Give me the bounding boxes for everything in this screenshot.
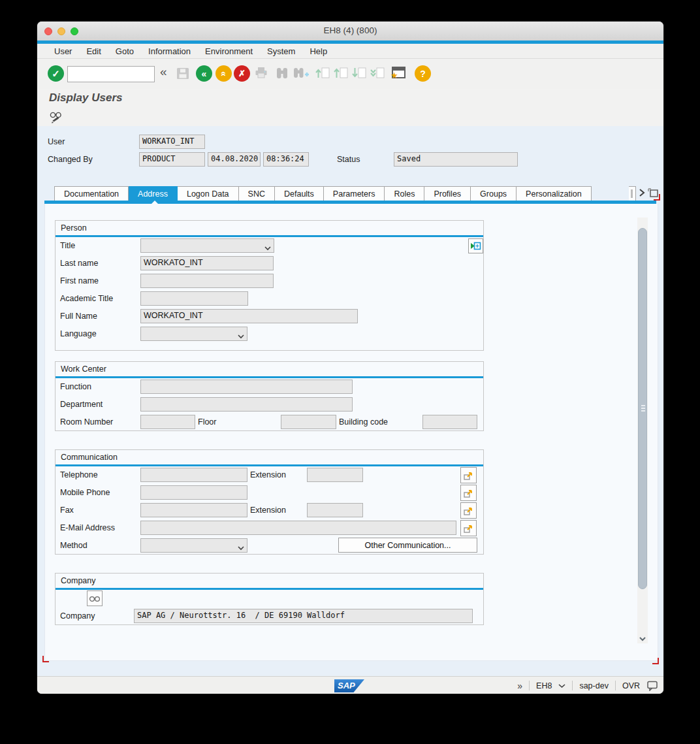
print-icon[interactable] (254, 66, 268, 83)
chevron-down-icon (264, 244, 271, 253)
company-section-rule (56, 588, 483, 590)
cancel-button[interactable]: ✗ (234, 65, 250, 82)
save-icon[interactable] (176, 67, 190, 84)
help-button[interactable]: ? (415, 65, 431, 82)
status-field[interactable]: Saved (394, 152, 518, 167)
exit-button[interactable]: « (215, 65, 232, 82)
telephone-extension-field[interactable] (307, 468, 363, 482)
tab-overflow-sliver (629, 186, 636, 202)
display-change-icon[interactable] (48, 110, 64, 127)
tab-logon-data[interactable]: Logon Data (178, 186, 239, 202)
title-select[interactable] (140, 238, 274, 253)
fax-forward-button[interactable] (460, 502, 477, 519)
tab-defaults[interactable]: Defaults (275, 186, 324, 202)
statusbar-insert-mode[interactable]: OVR (622, 681, 640, 690)
page-up-icon[interactable] (334, 66, 349, 83)
floor-field[interactable] (281, 415, 336, 429)
app-toolbar (37, 108, 663, 127)
tab-address[interactable]: Address (129, 186, 178, 202)
building-code-label: Building code (339, 417, 388, 427)
tab-profiles[interactable]: Profiles (424, 186, 471, 202)
work-center-section-title: Work Center (61, 364, 106, 374)
tab-scroll-right-icon[interactable] (638, 188, 646, 200)
mobile-forward-button[interactable] (460, 485, 477, 501)
statusbar-message-icon[interactable] (646, 681, 658, 694)
company-field[interactable]: SAP AG / Neurottstr. 16 / DE 69190 Walld… (134, 609, 473, 623)
window-titlebar[interactable]: EH8 (4) (800) (37, 22, 663, 41)
menu-information[interactable]: Information (141, 46, 198, 56)
collapse-command-icon[interactable]: « (160, 65, 167, 79)
tab-parameters[interactable]: Parameters (324, 186, 385, 202)
scrollbar-thumb[interactable] (638, 228, 647, 589)
changed-by-field[interactable]: PRODUCT (139, 152, 205, 167)
display-company-address-button[interactable] (87, 590, 103, 606)
company-section-title: Company (61, 576, 96, 585)
user-field[interactable]: WORKATO_INT (139, 135, 205, 149)
function-field[interactable] (140, 380, 353, 394)
forward-arrow-icon (463, 487, 474, 498)
telephone-forward-button[interactable] (460, 467, 477, 483)
address-tab-panel: Person Title Last name WORKATO_INT First… (44, 204, 658, 661)
first-name-field[interactable] (140, 274, 274, 288)
academic-title-field[interactable] (140, 291, 248, 306)
changed-time-field[interactable]: 08:36:24 (263, 152, 309, 167)
tab-groups[interactable]: Groups (471, 186, 517, 202)
first-page-icon[interactable] (315, 66, 331, 83)
mobile-phone-field[interactable] (140, 485, 247, 500)
fax-field[interactable] (140, 503, 247, 517)
tab-personalization[interactable]: Personalization (517, 186, 591, 202)
menu-goto[interactable]: Goto (108, 46, 141, 56)
vertical-scrollbar[interactable] (637, 218, 648, 643)
communication-section-rule (56, 464, 483, 466)
page-down-icon[interactable] (352, 66, 368, 83)
scroll-down-icon[interactable] (639, 633, 646, 641)
check-icon: ✓ (52, 68, 60, 80)
email-forward-button[interactable] (460, 520, 477, 536)
menu-help[interactable]: Help (302, 46, 334, 56)
fax-extension-field[interactable] (307, 503, 363, 517)
menu-system[interactable]: System (260, 46, 302, 56)
create-shortcut-icon[interactable]: ★ (392, 67, 406, 78)
main-content: User WORKATO_INT Changed By PRODUCT 04.0… (37, 126, 663, 676)
other-communication-button[interactable]: Other Communication... (338, 538, 477, 553)
command-field[interactable] (67, 66, 155, 82)
company-section: Company Company SAP AG / Neurottstr. 16 … (55, 573, 484, 625)
back-button[interactable]: « (196, 65, 212, 82)
statusbar-system[interactable]: EH8 (536, 681, 552, 690)
last-page-icon[interactable] (370, 66, 386, 83)
last-name-field[interactable]: WORKATO_INT (140, 256, 274, 270)
room-number-field[interactable] (140, 415, 195, 429)
statusbar-overflow-icon[interactable]: » (517, 681, 522, 691)
telephone-field[interactable] (140, 468, 247, 482)
glasses-icon (89, 594, 101, 603)
menu-user[interactable]: User (47, 46, 79, 56)
other-person-button[interactable] (468, 238, 483, 253)
chevron-down-icon[interactable] (558, 681, 565, 690)
tab-documentation[interactable]: Documentation (54, 186, 129, 202)
menu-edit[interactable]: Edit (79, 46, 108, 56)
tab-snc[interactable]: SNC (239, 186, 275, 202)
menu-environment[interactable]: Environment (198, 46, 260, 56)
building-code-field[interactable] (422, 415, 477, 429)
full-name-field[interactable]: WORKATO_INT (140, 309, 358, 323)
status-bar: SAP » EH8 sap-dev OVR (37, 676, 663, 694)
enter-button[interactable]: ✓ (48, 65, 64, 82)
work-center-section: Work Center Function Department Room Num… (55, 361, 484, 431)
floor-label: Floor (198, 417, 216, 427)
fax-extension-label: Extension (250, 506, 286, 515)
forward-arrow-icon (463, 523, 474, 534)
find-next-icon[interactable] (292, 66, 309, 83)
language-select[interactable] (140, 327, 247, 341)
changed-by-label: Changed By (48, 155, 93, 164)
department-field[interactable] (140, 397, 353, 412)
menu-bar: User Edit Goto Information Environment S… (37, 44, 663, 59)
work-center-section-rule (56, 376, 483, 378)
mobile-phone-label: Mobile Phone (60, 488, 110, 497)
changed-date-field[interactable]: 04.08.2020 (208, 152, 261, 167)
method-select[interactable] (140, 538, 247, 553)
tab-roles[interactable]: Roles (385, 186, 424, 202)
find-icon[interactable] (275, 66, 289, 83)
method-label: Method (60, 541, 88, 550)
email-field[interactable] (140, 521, 456, 535)
telephone-label: Telephone (60, 470, 98, 479)
